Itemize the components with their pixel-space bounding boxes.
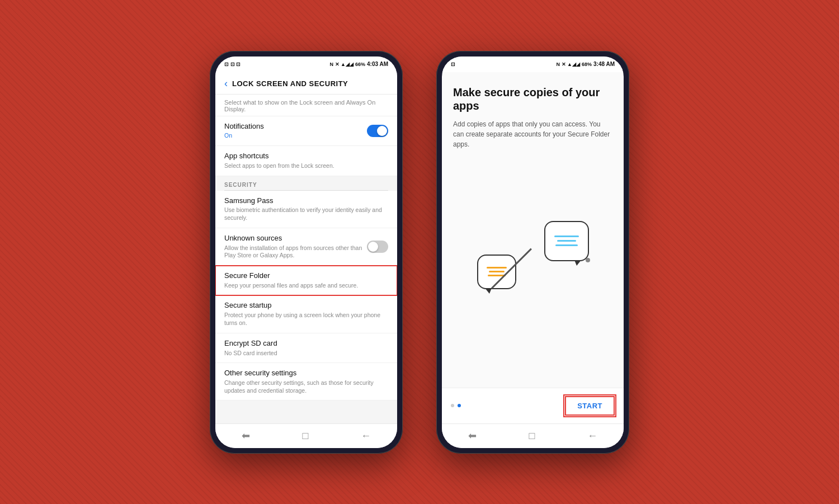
- start-button[interactable]: START: [565, 396, 615, 416]
- secure-bottom-row: START: [442, 388, 624, 423]
- notifications-toggle[interactable]: [367, 125, 388, 137]
- title-secure-startup: Secure startup: [224, 301, 388, 310]
- setting-secure-startup[interactable]: Secure startup Protect your phone by usi…: [215, 295, 397, 333]
- setting-notifications[interactable]: Notifications On: [215, 116, 397, 147]
- title-encrypt-sd: Encrypt SD card: [224, 339, 388, 348]
- phone-right: ⊡ N ✕ ▲◢◢ 68% 3:48 AM Make secure copies…: [436, 51, 629, 454]
- unknown-sources-toggle[interactable]: [367, 241, 388, 253]
- secure-description: Add copies of apps that only you can acc…: [453, 119, 612, 149]
- status-indicators-right: N ✕ ▲◢◢: [557, 62, 580, 67]
- bubble-line-1: [487, 267, 507, 269]
- status-icon-right: ⊡: [451, 62, 455, 67]
- nav-header: ‹ LOCK SCREEN AND SECURITY: [215, 72, 397, 95]
- setting-other-security[interactable]: Other security settings Change other sec…: [215, 363, 397, 401]
- nav-back-icon[interactable]: ←: [361, 430, 371, 442]
- secure-illustration: [453, 149, 612, 388]
- status-left-icons: ⊡ ⊡ ⊡: [224, 62, 241, 67]
- subtitle-secure-folder: Keep your personal files and apps safe a…: [224, 282, 388, 290]
- title-unknown-sources: Unknown sources: [224, 234, 367, 243]
- setting-status-notifications: On: [224, 132, 367, 140]
- toggle-knob-2: [368, 242, 378, 252]
- subtitle-encrypt-sd: No SD card inserted: [224, 350, 388, 357]
- status-right-right: N ✕ ▲◢◢ 68% 3:48 AM: [557, 61, 615, 67]
- time-right: 3:48 AM: [593, 61, 615, 67]
- subtitle-other-security: Change other security settings, such as …: [224, 379, 388, 394]
- top-notice: Select what to show on the Lock screen a…: [215, 95, 397, 116]
- section-label-security: SECURITY: [215, 176, 397, 190]
- title-other-security: Other security settings: [224, 369, 388, 378]
- setting-app-shortcuts[interactable]: App shortcuts Select apps to open from t…: [215, 146, 397, 176]
- bubble2-line-1: [554, 235, 579, 237]
- bottom-nav-left: ⬅ □ ←: [215, 423, 397, 448]
- subtitle-samsung-pass: Use biometric authentication to verify y…: [224, 206, 388, 222]
- subtitle-secure-startup: Protect your phone by using a screen loc…: [224, 312, 388, 327]
- setting-title-app-shortcuts: App shortcuts: [224, 152, 388, 161]
- dot-1: [451, 404, 454, 407]
- title-samsung-pass: Samsung Pass: [224, 196, 388, 206]
- toggle-knob: [377, 126, 387, 136]
- setting-encrypt-sd[interactable]: Encrypt SD card No SD card inserted: [215, 333, 397, 364]
- setting-subtitle-app-shortcuts: Select apps to open from the Lock screen…: [224, 162, 388, 170]
- status-left-right: ⊡: [451, 62, 455, 67]
- setting-title-notifications: Notifications: [224, 122, 367, 131]
- title-secure-folder: Secure Folder: [224, 271, 388, 281]
- chat-bubble-2: [544, 221, 589, 261]
- status-indicators: N ✕ ▲◢◢: [330, 62, 353, 67]
- nav-recent-icon-right[interactable]: ⬅: [468, 430, 477, 442]
- settings-list: Notifications On App shortcuts Select ap…: [215, 116, 397, 423]
- bubbles-container: [477, 221, 589, 316]
- status-icons: ⊡ ⊡ ⊡: [224, 62, 241, 67]
- setting-samsung-pass[interactable]: Samsung Pass Use biometric authenticatio…: [215, 191, 397, 228]
- bubble2-line-2: [557, 240, 576, 242]
- lock-dot: [586, 258, 590, 262]
- nav-home-icon-right[interactable]: □: [529, 430, 535, 442]
- bubble2-line-3: [555, 244, 578, 246]
- nav-back-icon-right[interactable]: ←: [587, 430, 597, 442]
- time-left: 4:03 AM: [367, 61, 388, 67]
- setting-secure-folder[interactable]: Secure Folder Keep your personal files a…: [215, 266, 397, 296]
- setting-unknown-sources[interactable]: Unknown sources Allow the installation o…: [215, 228, 397, 266]
- page-dots: [451, 404, 461, 407]
- battery-right: 68%: [582, 62, 592, 67]
- nav-home-icon[interactable]: □: [303, 430, 309, 442]
- subtitle-unknown-sources: Allow the installation of apps from sour…: [224, 244, 367, 260]
- chat-bubble-large: [544, 221, 589, 261]
- secure-title: Make secure copies of your apps: [453, 86, 612, 112]
- status-bar-right: ⊡ N ✕ ▲◢◢ 68% 3:48 AM: [442, 56, 624, 72]
- secure-content: Make secure copies of your apps Add copi…: [442, 72, 624, 388]
- bubble-line-2: [489, 271, 505, 272]
- back-arrow[interactable]: ‹: [224, 78, 228, 90]
- page-title-left: LOCK SCREEN AND SECURITY: [232, 79, 348, 88]
- nav-recent-icon[interactable]: ⬅: [242, 430, 250, 442]
- status-right: N ✕ ▲◢◢ 66% 4:03 AM: [330, 61, 388, 67]
- status-bar-left: ⊡ ⊡ ⊡ N ✕ ▲◢◢ 66% 4:03 AM: [215, 56, 397, 72]
- battery: 66%: [355, 62, 365, 67]
- bottom-nav-right: ⬅ □ ←: [442, 423, 624, 448]
- phone-left: ⊡ ⊡ ⊡ N ✕ ▲◢◢ 66% 4:03 AM ‹ LOCK SCREEN …: [210, 51, 403, 454]
- dot-2: [458, 404, 461, 407]
